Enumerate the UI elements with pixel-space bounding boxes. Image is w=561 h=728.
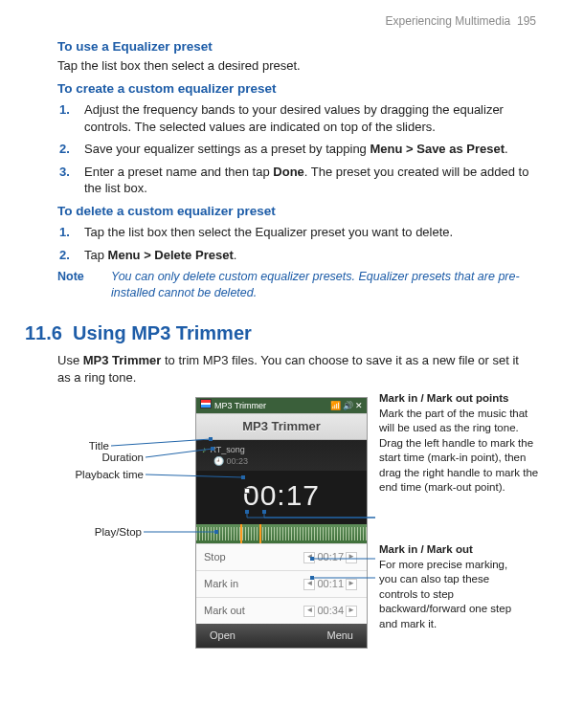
step-back-icon[interactable]: ◄ — [303, 579, 315, 590]
step-fwd-icon[interactable]: ► — [346, 552, 357, 563]
row-label: Stop — [204, 550, 226, 564]
status-bar: MP3 Trimmer 📶🔊✕ — [196, 398, 367, 413]
title-bar: MP3 Trimmer — [196, 413, 367, 440]
mark-out-handle[interactable] — [259, 524, 261, 543]
playhead-indicator — [244, 488, 250, 494]
mp3-trimmer-diagram: MP3 Trimmer 📶🔊✕ MP3 Trimmer ♪RT_song 🕘 0… — [25, 391, 536, 659]
row-mark-out[interactable]: Mark out ◄ 00:34 ► — [196, 597, 367, 624]
callout-heading: Mark in / Mark out — [379, 543, 473, 555]
section-intro: Use MP3 Trimmer to trim MP3 files. You c… — [57, 352, 530, 386]
softkey-bar: Open Menu — [196, 624, 367, 648]
close-icon: ✕ — [355, 401, 363, 410]
status-left: MP3 Trimmer — [200, 399, 266, 411]
heading-use-preset: To use a Equalizer preset — [57, 38, 530, 55]
step-bold: Menu > Delete Preset — [108, 248, 234, 262]
softkey-open[interactable]: Open — [210, 629, 236, 643]
step-back-icon[interactable]: ◄ — [303, 552, 315, 563]
step-text-before: Tap — [84, 248, 108, 262]
step-num: 3. — [59, 164, 70, 181]
note-text: You can only delete custom equalizer pre… — [111, 269, 530, 301]
step-text: Tap the list box then select the Equaliz… — [84, 225, 453, 239]
row-label: Mark out — [204, 604, 245, 618]
callout-playback-time: Playback time — [63, 468, 144, 483]
music-note-icon: ♪ — [202, 444, 207, 455]
step-bold: Menu > Save as Preset — [370, 142, 505, 156]
callout-text: For more precise marking, you can also t… — [379, 559, 511, 629]
clock-icon: 🕘 — [213, 456, 224, 466]
create-preset-steps: 1. Adjust the frequency bands to your de… — [57, 101, 530, 197]
step-text: Adjust the frequency bands to your desir… — [84, 102, 504, 134]
row-mark-in[interactable]: Mark in ◄ 00:11 ► — [196, 570, 367, 597]
callout-text: Mark the part of the music that will be … — [379, 408, 538, 494]
heading-create-preset: To create a custom equalizer preset — [57, 80, 530, 98]
mark-in-handle[interactable] — [240, 524, 242, 543]
section-heading: 11.6 Using MP3 Trimmer — [25, 320, 536, 346]
step-num: 1. — [59, 224, 70, 241]
status-icons: 📶🔊✕ — [328, 400, 363, 411]
callout-play-stop: Play/Stop — [82, 525, 142, 540]
control-rows: Stop ◄ 00:17 ► Mark in ◄ 00:11 ► Mark ou… — [196, 543, 367, 624]
playback-time-value: 00:17 — [243, 479, 320, 511]
callout-mark-points: Mark in / Mark out points Mark the part … — [379, 391, 542, 496]
step-fwd-icon[interactable]: ► — [346, 579, 357, 590]
step-fwd-icon[interactable]: ► — [346, 606, 357, 617]
use-preset-text: Tap the list box then select a desired p… — [57, 57, 530, 75]
phone-screenshot: MP3 Trimmer 📶🔊✕ MP3 Trimmer ♪RT_song 🕘 0… — [195, 397, 368, 649]
step-text-after: . — [234, 248, 237, 262]
section-number: 11.6 — [25, 322, 62, 343]
row-time: 00:11 — [317, 577, 344, 591]
chapter-name: Experiencing Multimedia — [386, 14, 511, 28]
track-title: RT_song — [211, 444, 245, 455]
page-number: 195 — [517, 14, 536, 28]
step-1: 1. Adjust the frequency bands to your de… — [77, 101, 530, 135]
note-label: Note — [57, 269, 92, 301]
step-3: 3. Enter a preset name and then tap Done… — [77, 164, 530, 197]
track-info: ♪RT_song 🕘 00:23 — [196, 440, 367, 471]
step-2: 2. Tap Menu > Delete Preset. — [77, 247, 530, 264]
step-text-before: Enter a preset name and then tap — [84, 165, 273, 179]
step-1: 1. Tap the list box then select the Equa… — [77, 224, 530, 241]
step-num: 2. — [59, 247, 70, 264]
app-name: MP3 Trimmer — [214, 401, 266, 410]
heading-delete-preset: To delete a custom equalizer preset — [57, 203, 530, 220]
row-stop[interactable]: Stop ◄ 00:17 ► — [196, 543, 367, 570]
delete-preset-steps: 1. Tap the list box then select the Equa… — [57, 224, 530, 263]
start-icon — [200, 399, 212, 408]
speaker-icon: 🔊 — [343, 401, 353, 410]
row-time: 00:34 — [317, 604, 344, 618]
callout-mark-controls: Mark in / Mark out For more precise mark… — [379, 542, 513, 631]
step-text-before: Save your equalizer settings as a preset… — [84, 142, 370, 156]
running-head: Experiencing Multimedia 195 — [25, 13, 536, 29]
step-num: 2. — [59, 141, 70, 158]
step-num: 1. — [59, 101, 70, 119]
playback-time: 00:17 — [196, 471, 367, 525]
callout-heading: Mark in / Mark out points — [379, 392, 508, 404]
track-duration: 00:23 — [227, 456, 249, 466]
step-back-icon[interactable]: ◄ — [303, 606, 315, 617]
callout-duration: Duration — [90, 451, 144, 466]
row-label: Mark in — [204, 577, 238, 591]
row-time: 00:17 — [317, 550, 344, 564]
softkey-menu[interactable]: Menu — [326, 629, 353, 643]
note: Note You can only delete custom equalize… — [57, 269, 530, 301]
step-text-after: . — [505, 142, 508, 156]
step-2: 2. Save your equalizer settings as a pre… — [77, 141, 530, 158]
step-bold: Done — [273, 165, 304, 179]
section-title: Using MP3 Trimmer — [73, 322, 252, 343]
waveform-slider[interactable] — [196, 524, 367, 543]
signal-icon: 📶 — [330, 401, 341, 410]
